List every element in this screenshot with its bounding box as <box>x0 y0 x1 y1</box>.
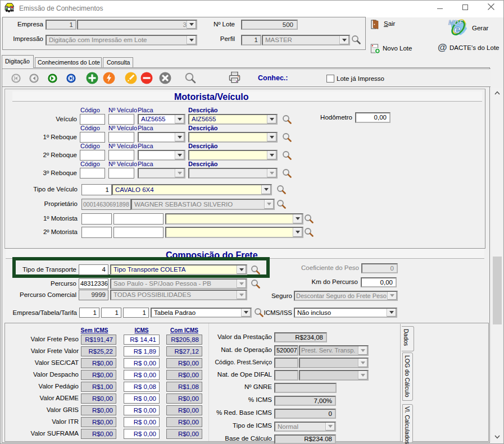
svg-text:e: e <box>454 22 461 35</box>
